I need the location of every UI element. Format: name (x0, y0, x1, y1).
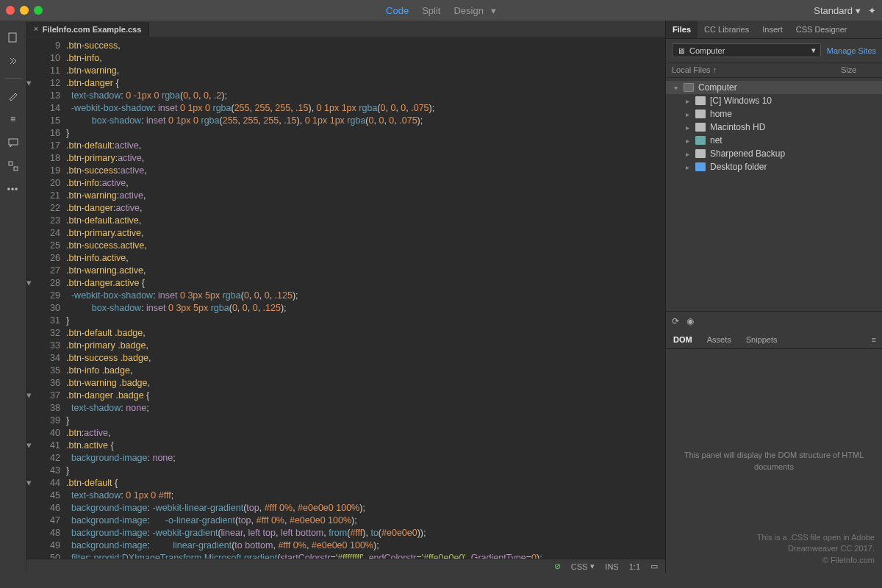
files-panel-tabs: Files CC Libraries Insert CSS Designer (666, 21, 882, 39)
right-panel: Files CC Libraries Insert CSS Designer 🖥… (665, 21, 882, 573)
workspace-switcher[interactable]: Standard ▾ (814, 5, 861, 16)
file-list-headers: Local Files ↑ Size (666, 62, 882, 78)
maximize-window-button[interactable] (34, 6, 43, 15)
file-management-icon[interactable] (7, 31, 20, 44)
computer-icon: 🖥 (677, 46, 685, 55)
ftp-log-icon[interactable]: ◉ (686, 316, 694, 326)
manage-sites-link[interactable]: Manage Sites (827, 46, 876, 55)
tab-assets[interactable]: Assets (700, 331, 739, 348)
code-content[interactable]: .btn-success,.btn-info,.btn-warning,.btn… (66, 38, 665, 559)
tree-row[interactable]: ▸[C] Windows 10 (666, 94, 882, 107)
svg-rect-3 (14, 167, 18, 171)
svg-rect-2 (9, 162, 12, 165)
chevron-down-icon: ▾ (811, 46, 816, 55)
refresh-icon[interactable]: ⟳ (672, 316, 679, 326)
comment-icon[interactable] (7, 136, 20, 149)
window-controls (6, 6, 43, 15)
tree-row[interactable]: ▸Macintosh HD (666, 121, 882, 134)
code-editor[interactable]: 9101112▾13141516171819202122232425262728… (26, 38, 665, 559)
view-tab-split[interactable]: Split (422, 5, 440, 16)
chevron-down-icon: ▾ (590, 562, 595, 571)
panel-menu-icon[interactable]: ≡ (864, 331, 882, 348)
size-header[interactable]: Size (841, 65, 876, 74)
vertical-toolbar: ≡ ••• (0, 21, 26, 573)
tab-cc-libraries[interactable]: CC Libraries (698, 21, 756, 38)
close-tab-icon[interactable]: × (34, 25, 38, 33)
minimize-window-button[interactable] (20, 6, 29, 15)
files-panel-footer: ⟳ ◉ (666, 311, 882, 331)
expand-collapse-icon[interactable] (7, 54, 20, 68)
site-selector-label: Computer (689, 46, 725, 55)
language-selector[interactable]: CSS ▾ (571, 562, 595, 571)
svg-rect-1 (9, 139, 18, 145)
dom-panel-tabs: DOM Assets Snippets ≡ (666, 331, 882, 349)
line-number-gutter: 9101112▾13141516171819202122232425262728… (26, 38, 66, 559)
dom-panel-body: This panel will display the DOM structur… (666, 349, 882, 573)
file-tree: ▾Computer▸[C] Windows 10▸home▸Macintosh … (666, 78, 882, 176)
view-mode-tabs: Code Split Design ▾ (386, 5, 496, 16)
more-tools-icon[interactable]: ••• (7, 183, 20, 196)
tree-row[interactable]: ▸Sharpened Backup (666, 147, 882, 160)
site-selector[interactable]: 🖥 Computer ▾ (672, 43, 821, 57)
sync-settings-icon[interactable]: ✦ (868, 5, 876, 16)
tab-files[interactable]: Files (666, 21, 698, 38)
tree-row[interactable]: ▸net (666, 134, 882, 147)
tab-insert[interactable]: Insert (756, 21, 789, 38)
insert-mode-label: INS (605, 562, 618, 571)
workspace-label: Standard (814, 5, 853, 16)
file-tab-bar: × FileInfo.com Example.css (26, 21, 665, 38)
preview-icon[interactable]: ▭ (650, 562, 658, 571)
status-bar: ⊘ CSS ▾ INS 1:1 ▭ (26, 559, 665, 573)
tab-snippets[interactable]: Snippets (739, 331, 785, 348)
view-tab-code[interactable]: Code (386, 5, 409, 16)
tree-row[interactable]: ▸Desktop folder (666, 160, 882, 173)
view-tab-design[interactable]: Design (453, 5, 483, 16)
chevron-down-icon: ▾ (856, 5, 861, 16)
watermark: This is a .CSS file open in Adobe Dreamw… (757, 532, 875, 566)
format-icon[interactable]: ≡ (7, 112, 20, 126)
file-tab[interactable]: × FileInfo.com Example.css (26, 22, 149, 37)
dom-empty-message: This panel will display the DOM structur… (681, 450, 867, 473)
tab-css-designer[interactable]: CSS Designer (789, 21, 854, 38)
syntax-ok-icon: ⊘ (554, 562, 561, 571)
svg-rect-0 (9, 33, 16, 42)
wrap-icon[interactable] (7, 159, 20, 173)
divider (5, 78, 21, 79)
tree-row[interactable]: ▸home (666, 107, 882, 121)
titlebar: Code Split Design ▾ Standard ▾ ✦ (0, 0, 882, 21)
file-tab-label: FileInfo.com Example.css (43, 25, 142, 34)
local-files-header[interactable]: Local Files ↑ (672, 65, 841, 74)
color-picker-icon[interactable] (7, 89, 20, 102)
close-window-button[interactable] (6, 6, 15, 15)
tree-row[interactable]: ▾Computer (666, 81, 882, 94)
tab-dom[interactable]: DOM (666, 331, 700, 348)
cursor-position-label: 1:1 (629, 562, 640, 571)
view-dropdown-icon[interactable]: ▾ (491, 5, 496, 16)
